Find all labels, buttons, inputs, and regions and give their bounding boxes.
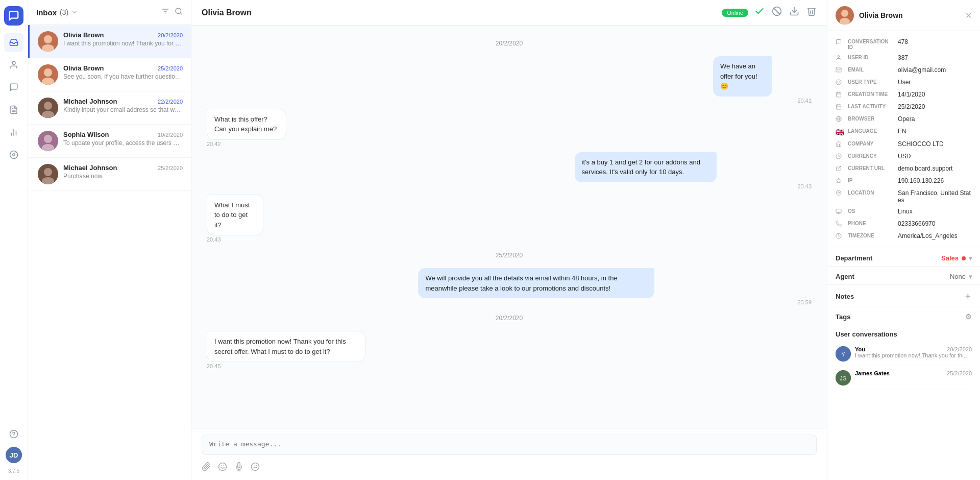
close-panel-button[interactable]: ✕ [965,11,972,20]
microphone-icon[interactable] [234,462,243,474]
brand-icon [4,6,23,26]
last-activity-icon [836,104,844,111]
browser-value: Opera [898,115,915,123]
svg-line-60 [838,166,841,170]
url-label: CURRENT URL [848,165,894,171]
svg-line-32 [774,8,780,14]
timezone-label: TIMEZONE [848,232,894,238]
email-label: EMAIL [848,66,894,73]
sidebar-item-contacts[interactable] [4,55,23,75]
version-label: 3.7.5 [8,468,19,474]
mute-icon[interactable] [772,6,782,19]
url-icon [836,165,844,173]
download-icon[interactable] [789,6,799,19]
msg-time-5: 20.59 [418,299,812,305]
user-conv-item-2[interactable]: JG James Gates 25/2/2020 [836,366,972,390]
conversation-item-5[interactable]: Michael Johnson 25/2/2020 Purchase now [28,158,191,191]
rp-location-row: LOCATION San Francisco, United States [836,187,972,206]
conv-date-2: 25/2/2020 [158,65,183,71]
filter-icon[interactable] [161,7,169,17]
emoji-icon[interactable] [251,462,260,474]
conversation-item-1[interactable]: Olivia Brown 20/2/2020 I want this promo… [28,25,191,58]
conversation-item-2[interactable]: Olivia Brown 25/2/2020 See you soon. If … [28,58,191,91]
rp-timezone-row: TIMEZONE America/Los_Angeles [836,230,972,243]
location-label: LOCATION [848,189,894,196]
conversation-item-3[interactable]: Michael Johnson 22/2/2020 Kindly input y… [28,91,191,125]
currency-label: CURRENCY [848,153,894,159]
svg-point-6 [13,154,15,156]
notes-section: Notes ＋ [827,285,980,306]
user-conversations-title: User conversations [836,330,972,338]
emoji-sticker-icon[interactable] [218,462,227,474]
ip-value: 190.160.130.226 [898,177,944,184]
svg-line-15 [180,13,182,14]
company-label: COMPANY [848,140,894,147]
message-input[interactable] [202,435,817,455]
chat-header-actions [754,6,817,19]
sidebar-item-chat[interactable] [4,78,23,97]
attach-icon[interactable] [202,462,211,474]
svg-rect-53 [837,105,841,109]
user-conv-date-2: 25/2/2020 [947,370,972,376]
rp-ip-row: IP 190.160.130.226 [836,175,972,187]
right-panel-header: Olivia Brown ✕ [827,0,980,31]
browser-label: BROWSER [848,115,894,122]
conv-preview-4: To update your profile, access the users… [63,139,183,147]
inbox-title: Inbox (3) [36,8,157,17]
location-value: San Francisco, United States [898,189,972,204]
user-conv-preview-1: I want this promotion now! Thank you for… [855,352,972,358]
agent-chevron-icon: ▾ [969,273,972,280]
conv-date-5: 25/2/2020 [158,165,183,171]
user-conv-item-1[interactable]: Y You 20/2/2020 I want this promotion no… [836,342,972,366]
add-note-button[interactable]: ＋ [964,291,972,302]
svg-point-20 [44,68,52,77]
right-panel: Olivia Brown ✕ CONVERSATION ID 478 USER … [827,0,980,480]
delete-icon[interactable] [806,6,817,19]
rp-last-activity-row: LAST ACTIVITY 25/2/2020 [836,101,972,113]
calendar-icon [836,91,844,99]
msg-time-3: 20.43 [575,183,812,189]
agent-section[interactable]: Agent None ▾ [827,267,980,285]
svg-point-29 [44,168,52,176]
user-conv-name-1: You [855,346,865,352]
current-user-avatar[interactable]: JD [6,447,22,463]
search-icon[interactable] [175,7,183,17]
msg-time-4: 20.43 [207,236,301,243]
email-icon [836,67,844,75]
resolve-icon[interactable] [754,6,765,19]
svg-point-45 [838,56,840,58]
conv-date-3: 22/2/2020 [158,99,183,105]
browser-icon [836,116,844,124]
rp-user-type-row: USER TYPE User [836,77,972,89]
message-6: I want this promotion now! Thank you for… [207,331,365,362]
ip-icon [836,178,844,185]
timezone-value: America/Los_Angeles [898,232,958,239]
rp-os-row: OS Linux [836,206,972,218]
tags-settings-icon[interactable]: ⚙ [965,313,972,321]
sidebar-item-reports[interactable] [4,100,23,119]
sidebar-item-inbox[interactable] [4,33,23,52]
svg-point-17 [44,35,52,43]
conv-date-4: 10/2/2020 [158,132,183,138]
email-value: olivia@gmail.com [898,66,946,74]
rp-email-row: EMAIL olivia@gmail.com [836,64,972,77]
conversation-item-4[interactable]: Sophia Wilson 10/2/2020 To update your p… [28,125,191,158]
department-section[interactable]: Department Sales ▾ [827,248,980,267]
message-3: it's a buy 1 and get 2 for our addons an… [575,152,717,182]
department-label: Department [836,254,872,262]
sidebar-item-analytics[interactable] [4,123,23,142]
sidebar-item-settings[interactable] [4,145,23,164]
chat-input-area [191,428,827,480]
user-id-label: USER ID [848,54,894,60]
tags-section: Tags ⚙ [827,306,980,325]
date-divider-2: 25/2/2020 [207,252,812,259]
tags-label: Tags [836,313,850,321]
conv-name-1: Olivia Brown [63,31,104,39]
svg-text:JD: JD [10,451,18,459]
svg-marker-61 [836,178,841,183]
svg-point-0 [12,61,15,64]
svg-point-43 [841,10,848,17]
sidebar-help-icon[interactable] [4,424,23,444]
user-conv-date-1: 20/2/2020 [947,346,972,352]
conv-name-5: Michael Johnson [63,164,117,172]
